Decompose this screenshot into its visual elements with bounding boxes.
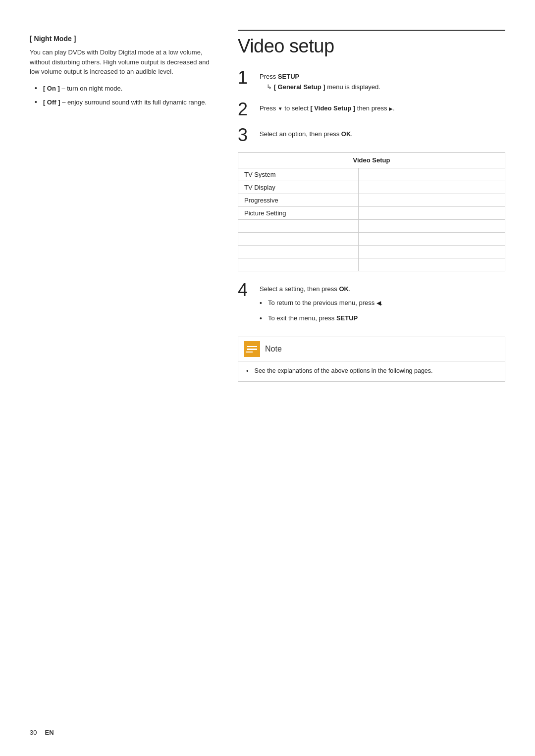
step-2: 2 Press to select [ Video Setup ] then p… (238, 101, 505, 118)
left-column: [ Night Mode ] You can play DVDs with Do… (30, 30, 218, 726)
table-cell-right (358, 245, 505, 258)
page-title: Video setup (238, 36, 505, 57)
note-text: See the explanations of the above option… (255, 366, 433, 376)
step-number-3: 3 (238, 126, 253, 144)
table-row (238, 232, 505, 245)
right-column: Video setup 1 Press SETUP ↳ [ General Se… (238, 30, 505, 726)
table-cell-left (238, 245, 359, 258)
table-cell-left (238, 232, 359, 245)
note-header: Note (238, 337, 505, 361)
note-box: Note See the explanations of the above o… (238, 337, 505, 382)
list-item: To exit the menu, press SETUP (260, 313, 382, 324)
table-cell-left: TV System (238, 168, 359, 181)
table-row: Progressive (238, 194, 505, 206)
table-row: Picture Setting (238, 206, 505, 219)
list-item: To return to the previous menu, press . (260, 298, 382, 308)
table-row (238, 219, 505, 232)
step-number-1: 1 (238, 69, 253, 87)
table-header: Video Setup (238, 152, 505, 168)
page-footer: 30 EN (30, 729, 54, 736)
keyword-ok: OK (341, 130, 351, 138)
table-cell-left (238, 258, 359, 271)
bullet-term: [ On ] (43, 85, 60, 92)
table-cell-right (358, 219, 505, 232)
video-setup-table: Video Setup TV System TV Display Progres… (238, 152, 505, 271)
note-icon (244, 341, 260, 357)
table-cell-left: TV Display (238, 181, 359, 194)
list-item: [ On ] – turn on night mode. (35, 84, 218, 94)
note-title: Note (265, 345, 282, 353)
left-arrow-icon (376, 299, 381, 306)
step-4-content: Select a setting, then press OK. To retu… (260, 281, 382, 329)
step-3-content: Select an option, then press OK. (260, 126, 353, 140)
table-row (238, 245, 505, 258)
note-content: See the explanations of the above option… (238, 361, 505, 381)
night-mode-title: [ Night Mode ] (30, 35, 218, 43)
table-cell-left: Progressive (238, 194, 359, 206)
table-cell-right (358, 258, 505, 271)
table-cell-left (238, 219, 359, 232)
note-icon-line-2 (247, 349, 257, 350)
step-1-subline: ↳ [ General Setup ] menu is displayed. (260, 82, 380, 93)
step-4-bullets: To return to the previous menu, press . … (260, 298, 382, 324)
step-number-4: 4 (238, 281, 253, 299)
step-2-content: Press to select [ Video Setup ] then pre… (260, 101, 395, 114)
table-cell-right (358, 206, 505, 219)
page-number: 30 (30, 729, 37, 736)
table-row: TV Display (238, 181, 505, 194)
table-row: TV System (238, 168, 505, 181)
page: [ Night Mode ] You can play DVDs with Do… (0, 0, 535, 756)
table-cell-left: Picture Setting (238, 206, 359, 219)
page-lang: EN (45, 729, 54, 736)
bullet-term: [ Off ] (43, 99, 60, 106)
night-mode-description: You can play DVDs with Dolby Digital mod… (30, 48, 218, 77)
step-4: 4 Select a setting, then press OK. To re… (238, 281, 505, 329)
table-cell-right (358, 232, 505, 245)
list-item: [ Off ] – enjoy surround sound with its … (35, 98, 218, 108)
table-cell-right (358, 181, 505, 194)
step-number-2: 2 (238, 101, 253, 118)
list-item: See the explanations of the above option… (246, 366, 497, 376)
note-icon-line-1 (247, 346, 257, 348)
step-1: 1 Press SETUP ↳ [ General Setup ] menu i… (238, 69, 505, 93)
table-row (238, 258, 505, 271)
table-cell-right (358, 168, 505, 181)
keyword-setup: SETUP (278, 73, 299, 80)
note-icon-line-3 (246, 352, 253, 353)
table-cell-right (358, 194, 505, 206)
night-mode-bullets: [ On ] – turn on night mode. [ Off ] – e… (30, 84, 218, 108)
keyword-ok-2: OK (339, 285, 349, 293)
step-3: 3 Select an option, then press OK. (238, 126, 505, 144)
step-1-content: Press SETUP ↳ [ General Setup ] menu is … (260, 69, 380, 93)
right-arrow-icon (389, 104, 393, 112)
down-arrow-icon (278, 104, 283, 112)
keyword-setup-2: SETUP (336, 314, 358, 322)
